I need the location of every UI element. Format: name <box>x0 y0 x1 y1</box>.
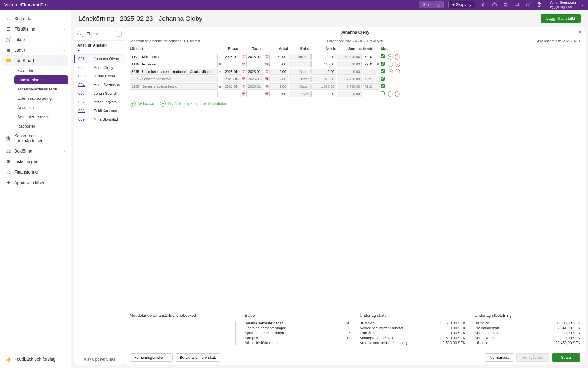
emp-nr[interactable]: 009 <box>78 117 94 122</box>
price-input[interactable] <box>311 54 336 60</box>
calendar-icon[interactable]: 📅 <box>265 92 269 96</box>
print-checkbox[interactable] <box>381 69 385 73</box>
add-row-button[interactable]: + <box>388 54 393 60</box>
account-input[interactable] <box>363 54 376 60</box>
nav-employees[interactable]: Anställda <box>14 103 68 112</box>
users-icon[interactable] <box>480 2 486 8</box>
print-checkbox[interactable] <box>381 62 385 66</box>
print-checkbox[interactable] <box>381 77 385 81</box>
guide-button[interactable]: Guida mig <box>419 1 444 8</box>
col-unit[interactable]: Enhet <box>289 47 311 51</box>
cart-icon[interactable] <box>503 2 509 8</box>
back-button[interactable]: ‹ <box>77 31 84 37</box>
nav-accounting[interactable]: 📖Bokföring⌄ <box>2 146 68 156</box>
account-input[interactable] <box>363 91 376 97</box>
emp-nr[interactable]: 007 <box>78 100 94 104</box>
calculate-button[interactable]: Beräkna lön före skatt <box>175 353 220 362</box>
list-icon[interactable]: ☰ <box>218 55 222 59</box>
nav-reports[interactable]: Rapporter <box>14 122 68 131</box>
list-icon[interactable]: ☰ <box>218 92 222 96</box>
qty-input[interactable] <box>269 54 288 60</box>
nav-financing[interactable]: ◎Finansiering <box>2 167 68 177</box>
nav-feedback[interactable]: 👍Feedback och förslag <box>2 354 68 364</box>
calendar-icon[interactable]: 📅 <box>242 85 245 88</box>
to-date-input[interactable] <box>246 61 264 67</box>
calendar-icon[interactable]: 📅 <box>265 77 269 81</box>
col-type[interactable]: Löneart <box>130 47 222 51</box>
col-qty[interactable]: Antal <box>269 47 288 51</box>
col-to[interactable]: T.o.m. <box>246 47 269 51</box>
col-sum[interactable]: Summa <box>337 47 362 51</box>
to-date-input[interactable] <box>246 91 264 97</box>
message-textarea[interactable] <box>130 321 236 345</box>
paytype-input[interactable] <box>130 54 218 60</box>
nav-year-end[interactable]: Semesterårsavslut <box>14 112 68 121</box>
employee-row[interactable]: 004Anna Svensson <box>74 81 125 89</box>
print-checkbox[interactable] <box>381 84 385 88</box>
col-from[interactable]: Fr.o.m. <box>223 47 245 51</box>
toggle-project-button[interactable]: + Visa/dölj projekt och resultatenheter <box>160 101 227 107</box>
qty-input[interactable] <box>269 61 288 67</box>
list-icon[interactable]: ☰ <box>218 63 222 66</box>
employee-row[interactable]: 007Anton Ingvars... <box>74 98 125 107</box>
calendar-icon[interactable]: 📅 <box>242 77 245 81</box>
nav-purchase[interactable]: 🛒Inköp⌄ <box>2 34 68 45</box>
paytype-input[interactable] <box>130 91 218 97</box>
emp-nr[interactable]: 006 <box>78 91 94 96</box>
add-employee-button[interactable]: Lägg till anställd <box>541 14 581 23</box>
qty-input[interactable] <box>269 91 288 97</box>
emp-nr[interactable]: 002 <box>78 65 94 70</box>
new-text-row-button[interactable]: + Ny textrad <box>130 101 154 107</box>
employee-row[interactable]: 003Niklas Crona <box>74 72 125 81</box>
calendar-icon[interactable]: 📅 <box>242 55 245 59</box>
chat-icon[interactable] <box>514 2 520 8</box>
nav-sales[interactable]: ☰Försäljning⌄ <box>2 24 68 34</box>
list-icon[interactable]: ☰ <box>218 85 222 88</box>
print-checkbox[interactable] <box>381 91 385 95</box>
from-date-input[interactable] <box>223 91 241 97</box>
nav-settings[interactable]: ⚙Inställningar⌄ <box>2 156 68 167</box>
add-row-button[interactable]: + <box>388 91 393 97</box>
nav-bank[interactable]: 🏦Kassa- och bankhändelser <box>2 131 68 146</box>
nav-apps[interactable]: ✚Appar och tillval <box>2 177 68 188</box>
col-emp-nr[interactable]: Anst. nr ▲ <box>77 43 93 52</box>
col-acct[interactable]: Konto <box>363 47 380 51</box>
emp-nr[interactable]: 004 <box>78 83 94 87</box>
nav-payruns[interactable]: Lönekörningar <box>14 75 68 84</box>
delete-row-button[interactable]: − <box>395 54 400 60</box>
from-date-input[interactable] <box>223 61 241 67</box>
delete-row-button[interactable]: − <box>395 91 400 97</box>
nav-external[interactable]: Extern rapportering <box>14 94 68 103</box>
help-icon[interactable] <box>536 2 542 8</box>
account-input[interactable] <box>363 69 376 75</box>
calendar-icon[interactable]: 📅 <box>265 85 269 88</box>
emp-nr[interactable]: 003 <box>78 74 94 78</box>
paytype-input[interactable] <box>130 61 218 67</box>
col-print[interactable]: Skr... <box>381 47 387 51</box>
pencil-icon[interactable]: ✎ <box>218 70 222 73</box>
to-date-input[interactable] <box>246 69 264 75</box>
nav-payroll[interactable]: 💳Lön Smart⌃ <box>2 55 68 66</box>
save-button[interactable]: Spara <box>552 353 580 362</box>
list-icon[interactable]: ☰ <box>377 63 380 66</box>
from-date-input[interactable] <box>223 69 241 75</box>
nav-start[interactable]: ⌂Startsida <box>2 13 68 24</box>
brand[interactable]: Visma eEkonomi Pro ⌄ <box>4 2 76 8</box>
list-icon[interactable]: ☰ <box>218 77 222 81</box>
employee-row[interactable]: 009Nina Blomblad <box>74 115 125 124</box>
calendar-icon[interactable]: 📅 <box>242 70 245 73</box>
back-link[interactable]: Tillbaka <box>87 32 99 36</box>
employee-row[interactable]: 001Johanna Oleby <box>74 55 125 63</box>
calendar-icon[interactable]: 📅 <box>265 55 269 59</box>
list-icon[interactable]: ☰ <box>377 55 380 59</box>
close-icon[interactable]: ✕ <box>578 30 582 35</box>
list-icon[interactable]: ☰ <box>377 70 380 73</box>
calendar-icon[interactable]: 📅 <box>265 70 269 73</box>
col-emp-name[interactable]: Anställd <box>93 43 107 52</box>
print-checkbox[interactable] <box>381 54 385 58</box>
price-input[interactable] <box>311 69 336 75</box>
employee-row[interactable]: 008Eskil Karlsson <box>74 107 125 115</box>
calendar-icon[interactable]: 📅 <box>242 63 245 66</box>
create-new-button[interactable]: + Skapa ny <box>448 1 475 8</box>
add-row-button[interactable]: + <box>388 62 393 67</box>
